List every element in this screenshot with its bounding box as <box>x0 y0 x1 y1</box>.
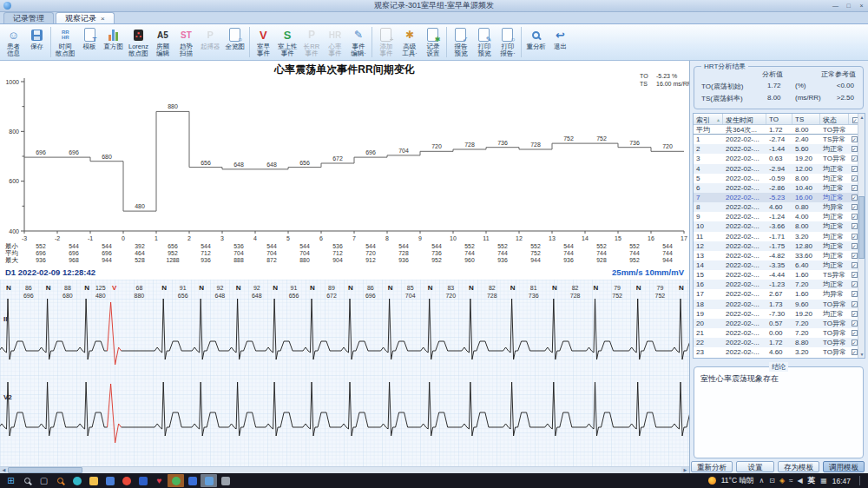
row-checkbox[interactable]: ✓ <box>852 243 858 249</box>
toolbar-af-edit[interactable]: A5房颤 编辑 <box>151 25 174 59</box>
table-row[interactable]: 82022-02-...4.600.80均异常✓ <box>694 202 865 212</box>
toolbar-overview[interactable]: ○全览图 <box>222 25 247 59</box>
table-row[interactable]: 212022-02-...0.007.20TO异常✓ <box>694 328 865 338</box>
grid-icon[interactable]: ▦ <box>820 477 827 485</box>
table-row[interactable]: 182022-02-...1.739.60TO异常✓ <box>694 300 865 309</box>
tab-observation-record[interactable]: 观察记录 × <box>56 12 115 23</box>
close-icon[interactable]: × <box>855 1 868 11</box>
minimize-icon[interactable]: — <box>829 1 842 11</box>
toolbar-trend-scan[interactable]: ST趋势 扫描 <box>174 25 198 59</box>
tray-display-icon[interactable]: ⊡ <box>769 477 775 485</box>
table-row[interactable]: 132022-02-...-4.8233.60均正常✓ <box>694 251 865 260</box>
toolbar-pvc-events[interactable]: V室早 事件 <box>252 25 275 59</box>
table-row[interactable]: 12022-02-...-2.742.40TS异常✓ <box>694 135 865 144</box>
taskbar-app-chrome-icon[interactable] <box>118 474 135 487</box>
ime-indicator[interactable]: 英 <box>808 476 816 486</box>
table-row[interactable]: 22022-02-...-1.445.60均正常✓ <box>694 144 865 154</box>
toolbar-record-settings[interactable]: ✱记录 设置 <box>421 25 444 59</box>
taskbar-app-blue2-icon[interactable] <box>184 474 201 487</box>
taskbar-app-magnifier-icon[interactable] <box>52 474 69 487</box>
toolbar-time-scatter[interactable]: RR HR时间 散点图 <box>53 25 78 59</box>
scroll-right-icon[interactable]: ▶ <box>681 467 689 473</box>
column-header-2[interactable]: TO <box>766 114 792 124</box>
table-row[interactable]: 232022-02-...4.603.20TO异常✓ <box>694 347 865 357</box>
row-checkbox[interactable]: ✓ <box>852 195 858 201</box>
row-checkbox[interactable]: ✓ <box>852 223 858 229</box>
scroll-down-icon[interactable]: ▼ <box>858 351 865 358</box>
row-checkbox[interactable]: ✓ <box>852 146 858 152</box>
table-row[interactable]: 72022-02-...-5.2316.00均正常✓ <box>694 193 865 202</box>
scroll-up-icon[interactable]: ▲ <box>858 114 865 121</box>
table-row[interactable]: 112022-02-...-1.713.20均正常✓ <box>694 232 865 241</box>
taskbar-app-current-icon[interactable] <box>201 474 217 487</box>
toolbar-patient-info[interactable]: ☺患者 信息 <box>2 25 25 59</box>
row-checkbox[interactable]: ✓ <box>852 349 858 355</box>
taskbar-app-blue-icon[interactable] <box>135 474 151 487</box>
column-header-0[interactable]: 索引▲ <box>694 114 723 124</box>
row-checkbox[interactable]: ✓ <box>852 204 858 210</box>
row-checkbox[interactable]: ✓ <box>852 175 858 181</box>
tray-network-icon[interactable]: ≈ <box>789 477 792 485</box>
taskbar-task-view-icon[interactable]: ▢ <box>36 474 52 487</box>
toolbar-lorenz-scatter[interactable]: ∴Lorenz 散点图 <box>126 25 151 59</box>
taskbar-app-green-active-icon[interactable] <box>168 474 184 487</box>
table-row[interactable]: 142022-02-...-3.356.40均正常✓ <box>694 260 865 270</box>
tray-volume-icon[interactable]: ◀ <box>798 477 803 485</box>
row-checkbox[interactable]: ✓ <box>852 320 858 326</box>
restore-icon[interactable]: □ <box>842 1 855 11</box>
row-checkbox[interactable]: ✓ <box>852 253 858 259</box>
row-checkbox[interactable]: ✓ <box>852 330 858 336</box>
table-row[interactable]: 52022-02-...-0.598.00均正常✓ <box>694 174 865 183</box>
weather-text[interactable]: 11°C 晴朗 <box>721 476 754 486</box>
reanalyze-button[interactable]: 重新分析 <box>691 461 733 472</box>
row-checkbox[interactable]: ✓ <box>852 185 858 191</box>
row-checkbox[interactable]: ✓ <box>852 291 858 297</box>
taskbar-search-icon[interactable] <box>19 474 36 487</box>
toolbar-event-edit[interactable]: ✎事件 编辑· <box>346 25 370 59</box>
tab-record-management[interactable]: 记录管理 <box>3 12 54 23</box>
toolbar-exit[interactable]: ↩退出 <box>549 25 572 59</box>
column-header-3[interactable]: TS <box>792 114 820 124</box>
row-checkbox[interactable]: ✓ <box>852 301 858 307</box>
row-checkbox[interactable]: ✓ <box>852 166 858 172</box>
tray-expand-icon[interactable]: ∧ <box>759 477 764 485</box>
tab-close-icon[interactable]: × <box>101 13 105 24</box>
column-header-4[interactable]: 状态 <box>820 114 849 124</box>
toolbar-sve-events[interactable]: S室上性 事件 <box>275 25 300 59</box>
toolbar-template[interactable]: T模板 <box>78 25 102 59</box>
table-row[interactable]: 42022-02-...-2.9412.00均正常✓ <box>694 164 865 174</box>
table-row[interactable]: 162022-02-...-1.237.20均正常✓ <box>694 280 865 289</box>
taskbar-app-health-icon[interactable]: ♥ <box>151 474 168 487</box>
toolbar-print-report[interactable]: ○打印 报告· <box>496 25 519 59</box>
settings-button[interactable]: 设置 <box>736 461 774 472</box>
table-row[interactable]: 122022-02-...-1.7512.80均正常✓ <box>694 241 865 251</box>
table-row[interactable]: 222022-02-...1.728.80TO异常✓ <box>694 338 865 347</box>
toolbar-save[interactable]: 保存 <box>25 25 49 59</box>
toolbar-report-preview[interactable]: ✓报告 预览 <box>449 25 472 59</box>
tray-security-icon[interactable]: ◈ <box>779 477 785 485</box>
taskbar-app-browser-icon[interactable] <box>69 474 85 487</box>
scroll-left-icon[interactable]: ◀ <box>0 467 8 473</box>
ecg-strip[interactable]: NNNVNNNNNNNNNNNNNN8669688680125480688809… <box>0 280 689 466</box>
row-checkbox[interactable]: ✓ <box>852 272 858 278</box>
taskbar-start-icon[interactable]: ⊞ <box>3 474 19 487</box>
row-checkbox[interactable]: ✓ <box>852 340 858 346</box>
toolbar-advanced-tools[interactable]: ✱高级 工具· <box>398 25 421 59</box>
taskbar-app-gray-icon[interactable] <box>217 474 233 487</box>
row-checkbox[interactable]: ✓ <box>852 214 858 220</box>
clock[interactable]: 16:47 <box>832 477 851 485</box>
save-template-button[interactable]: 存为模板 <box>778 461 819 472</box>
scrollbar-thumb[interactable] <box>8 467 82 473</box>
table-row[interactable]: 202022-02-...0.577.20TO异常✓ <box>694 319 865 328</box>
table-row-average[interactable]: 平均共364次...1.728.00TO异常 <box>694 125 865 135</box>
taskbar-app-photos-icon[interactable] <box>102 474 118 487</box>
row-checkbox[interactable]: ✓ <box>852 234 858 240</box>
row-checkbox[interactable]: ✓ <box>852 136 858 142</box>
table-row[interactable]: 62022-02-...-2.8610.40均正常✓ <box>694 183 865 193</box>
table-row[interactable]: 92022-02-...-1.244.00均正常✓ <box>694 212 865 221</box>
scrollbar-thumb[interactable] <box>858 196 865 259</box>
column-header-1[interactable]: 发生时间 <box>723 114 766 124</box>
toolbar-histogram[interactable]: 直方图 <box>102 25 127 59</box>
table-row[interactable]: 102022-02-...-3.668.00均正常✓ <box>694 221 865 231</box>
notification-edge[interactable] <box>859 476 865 485</box>
